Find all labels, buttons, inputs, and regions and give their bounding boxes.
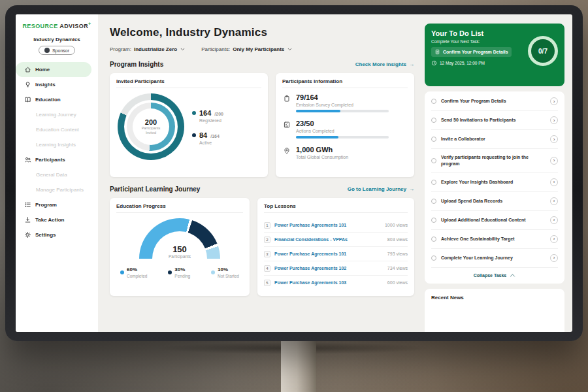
sidebar-item-insights[interactable]: Insights [16,77,98,92]
lesson-link[interactable]: Power Purchase Agreements 102 [274,266,384,270]
lesson-link[interactable]: Power Purchase Agreements 101 [274,223,381,227]
collapse-label: Collapse Tasks [474,273,506,278]
lesson-views: 803 views [387,237,408,242]
chevron-right-icon[interactable]: › [550,116,558,124]
pending-dot [168,270,172,274]
recent-news-title: Recent News [431,295,464,301]
sidebar-item-label: Learning Insights [36,142,76,148]
check-more-insights-link[interactable]: Check More Insights → [355,61,414,67]
task-label: Verify participants requesting to join t… [441,154,546,167]
checkbox-icon[interactable] [431,218,436,223]
chevron-right-icon[interactable]: › [550,135,558,143]
sidebar-item-label: Settings [35,232,56,238]
sidebar-item-participants[interactable]: Participants [16,152,98,167]
sidebar-item-settings[interactable]: Settings [16,227,98,242]
recent-news-card: Recent News [425,289,564,332]
task-row[interactable]: Verify participants requesting to join t… [431,149,558,173]
section-title: Program Insights [110,61,163,68]
stat-actions: 23/50 Actions Completed [282,120,408,139]
collapse-tasks-link[interactable]: Collapse Tasks [431,268,558,284]
program-filter[interactable]: Program: Industrialize Zero [110,46,186,52]
completed-dot [120,270,124,274]
progress-bar [296,136,389,139]
chevron-up-icon [510,273,515,278]
donut-center-label: Participants Invited [137,126,165,135]
todo-summary-card: Your To Do List Complete Your Next Task:… [425,24,564,86]
pin-icon [282,146,291,162]
chevron-right-icon[interactable]: › [550,235,558,243]
program-filter-value: Industrialize Zero [134,46,177,52]
todo-panel: Your To Do List Complete Your Next Task:… [423,14,572,332]
gear-icon [24,231,31,238]
lesson-link[interactable]: Financial Considerations - VPPAs [274,237,384,242]
lesson-link[interactable]: Power Purchase Agreements 101 [274,252,384,256]
sidebar-item-learning-insights[interactable]: Learning Insights [16,137,98,152]
lesson-link[interactable]: Power Purchase Agreements 103 [274,280,384,285]
education-gauge-chart: 150 Participants [139,218,220,259]
task-row[interactable]: Invite a Collaborator › [431,130,558,149]
chevron-right-icon[interactable]: › [550,97,558,105]
checkbox-icon[interactable] [431,137,436,142]
sidebar-item-home[interactable]: Home [16,62,91,77]
task-row[interactable]: Send 50 Invitations to Participants › [431,111,558,130]
lesson-views: 1000 views [385,223,408,227]
task-row[interactable]: Achieve One Sustainability Target › [431,230,558,249]
home-icon [24,66,31,73]
task-row[interactable]: Upload Additional Educational Content › [431,211,558,230]
sidebar-item-general-data[interactable]: General Data [16,167,98,182]
sidebar-item-education[interactable]: Education [16,92,98,107]
sponsor-badge[interactable]: Sponsor [39,46,75,55]
sidebar-item-learning-journey[interactable]: Learning Journey [16,107,98,122]
stat-label: Actions Completed [296,129,389,133]
main-content: Welcome, Industry Dynamics Program: Indu… [98,14,423,332]
checkbox-icon[interactable] [431,180,436,185]
checkbox-icon[interactable] [431,99,436,104]
sidebar-item-label: Home [35,67,50,73]
legend-label: Pending [174,274,190,278]
donut-center-value: 200 [145,118,157,126]
checkbox-icon[interactable] [431,199,436,204]
chevron-right-icon[interactable]: › [550,197,558,205]
next-task-row[interactable]: Confirm Your Program Details [431,47,512,57]
page-title: Welcome, Industry Dynamics [110,26,414,39]
checkbox-icon[interactable] [431,158,436,163]
lesson-row: 4 Power Purchase Agreements 102 734 view… [264,261,408,276]
gauge-center-label: Participants [139,254,220,259]
task-row[interactable]: Complete Your Learning Journey › [431,249,558,268]
sidebar-item-label: Learning Journey [36,112,76,118]
task-label: Invite a Collaborator [441,136,546,142]
participants-filter[interactable]: Participants: Only My Participants [201,46,293,52]
task-label: Confirm Your Program Details [441,98,546,105]
sidebar-item-program[interactable]: Program [16,197,98,212]
participants-information-card: Participants Information 79/164 Emission… [276,73,414,177]
legend-label: Completed [127,274,147,278]
task-label: Upload Additional Educational Content [441,217,546,223]
task-row[interactable]: Confirm Your Program Details › [431,92,558,111]
arrow-right-icon: → [409,186,414,192]
chevron-right-icon[interactable]: › [550,216,558,224]
download-icon [24,216,31,223]
org-name: Industry Dynamics [16,37,98,42]
registered-total: /200 [214,112,223,116]
task-label: Explore Your Insights Dashboard [441,179,546,186]
checkbox-icon[interactable] [431,237,436,242]
dashboard-screen: RESOURCE ADVISOR+ Industry Dynamics Spon… [16,14,572,332]
go-to-learning-journey-link[interactable]: Go to Learning Journey → [348,186,414,192]
chevron-right-icon[interactable]: › [550,157,558,165]
sidebar-item-manage-participants[interactable]: Manage Participants [16,182,98,197]
gauge-legend: 60% Completed 30% Pending [116,267,243,278]
chevron-right-icon[interactable]: › [550,254,558,262]
stat-consumption: 1,000 GWh Total Global Consumption [282,146,408,162]
sidebar-item-education-content[interactable]: Education Content [16,122,98,137]
task-row[interactable]: Explore Your Insights Dashboard › [431,173,558,192]
invited-participants-card: Invited Participants 200 Participants In… [110,73,268,177]
sidebar-item-take-action[interactable]: Take Action [16,212,98,227]
task-label: Upload Spend Data Records [441,198,546,204]
registered-value: 164 [199,109,211,117]
checkbox-icon[interactable] [431,118,436,123]
todo-title: Your To Do List [431,29,512,37]
checkbox-icon[interactable] [431,255,436,261]
task-row[interactable]: Upload Spend Data Records › [431,192,558,211]
logo-resource: RESOURCE [22,23,57,29]
chevron-right-icon[interactable]: › [550,178,558,186]
